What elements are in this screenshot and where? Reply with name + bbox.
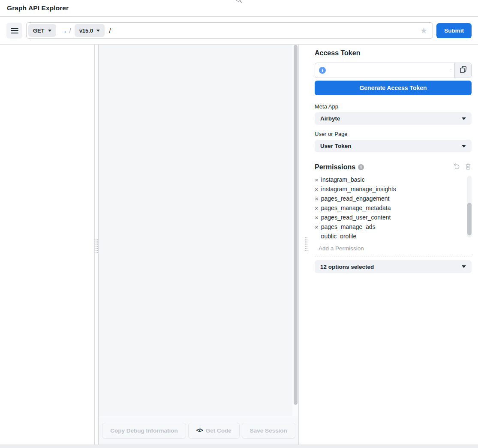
code-icon: </> bbox=[196, 427, 203, 433]
permission-item: × pages_manage_ads bbox=[315, 222, 461, 232]
access-token-input[interactable]: i : bbox=[315, 63, 454, 78]
remove-permission-icon[interactable]: × bbox=[315, 177, 319, 183]
get-code-button[interactable]: </> Get Code bbox=[188, 423, 240, 439]
user-or-page-label: User or Page bbox=[315, 131, 472, 137]
chevron-down-icon bbox=[96, 30, 100, 32]
meta-app-label: Meta App bbox=[315, 103, 472, 110]
search-icon[interactable] bbox=[235, 0, 243, 5]
options-selected-value: 12 options selected bbox=[320, 264, 374, 270]
chevron-down-icon bbox=[462, 145, 466, 147]
bottom-edge bbox=[0, 445, 478, 448]
token-sidebar: Access Token i : Generate Access Token M… bbox=[307, 45, 478, 445]
method-label: GET bbox=[33, 27, 45, 34]
token-text-tail: : bbox=[450, 68, 454, 73]
user-or-page-select[interactable]: User Token bbox=[315, 140, 472, 152]
drag-handle-icon[interactable] bbox=[304, 237, 307, 251]
version-dropdown[interactable]: v15.0 bbox=[75, 24, 105, 37]
arrow-icon: → bbox=[61, 27, 67, 34]
permission-item: × pages_read_engagement bbox=[315, 194, 461, 203]
permission-item: × pages_manage_metadata bbox=[315, 203, 461, 213]
copy-icon bbox=[459, 66, 467, 75]
remove-permission-icon[interactable]: × bbox=[315, 224, 319, 230]
remove-permission-icon[interactable]: × bbox=[315, 195, 319, 202]
permission-item: × instagram_manage_insights bbox=[315, 184, 461, 194]
access-token-row: i : bbox=[315, 63, 472, 78]
save-session-button[interactable]: Save Session bbox=[242, 423, 295, 439]
info-icon[interactable]: i bbox=[358, 164, 364, 170]
app-header: Graph API Explorer bbox=[0, 0, 478, 17]
version-label: v15.0 bbox=[79, 27, 93, 34]
info-icon[interactable]: i bbox=[319, 67, 326, 74]
permissions-header: Permissions i bbox=[315, 162, 472, 172]
meta-app-value: Airbyte bbox=[320, 115, 340, 122]
meta-app-select[interactable]: Airbyte bbox=[315, 112, 472, 125]
scrollbar-track[interactable] bbox=[292, 45, 298, 416]
permissions-list: × instagram_basic × instagram_manage_ins… bbox=[315, 175, 472, 238]
scrollbar-thumb[interactable] bbox=[294, 45, 298, 405]
trash-icon[interactable] bbox=[465, 163, 472, 172]
permission-name: pages_manage_metadata bbox=[321, 203, 391, 213]
submit-button[interactable]: Submit bbox=[436, 23, 472, 38]
left-panel-resizer[interactable] bbox=[95, 45, 98, 445]
path-separator: / bbox=[69, 27, 71, 34]
drag-handle-icon[interactable] bbox=[95, 239, 98, 253]
generate-token-button[interactable]: Generate Access Token bbox=[315, 81, 472, 95]
favorite-star-icon[interactable]: ★ bbox=[420, 27, 427, 35]
chevron-down-icon bbox=[462, 117, 466, 120]
permission-name: pages_read_user_content bbox=[321, 213, 391, 222]
permission-name: instagram_manage_insights bbox=[321, 184, 396, 194]
remove-permission-icon[interactable]: × bbox=[315, 205, 319, 211]
permission-name: pages_read_engagement bbox=[321, 194, 390, 203]
left-sidebar bbox=[0, 45, 95, 445]
request-toolbar: GET → / v15.0 / ★ Submit bbox=[0, 17, 478, 45]
permission-name: public_profile bbox=[321, 232, 357, 238]
permissions-heading: Permissions bbox=[315, 163, 355, 171]
permission-item: × pages_read_user_content bbox=[315, 213, 461, 222]
method-dropdown[interactable]: GET bbox=[28, 24, 56, 37]
remove-permission-icon[interactable]: × bbox=[315, 186, 319, 192]
scrollbar-thumb[interactable] bbox=[467, 203, 472, 235]
page-title: Graph API Explorer bbox=[7, 4, 69, 12]
chevron-down-icon bbox=[48, 30, 51, 32]
copy-debug-button[interactable]: Copy Debug Information bbox=[102, 423, 186, 439]
main-area: Copy Debug Information </> Get Code Save… bbox=[0, 45, 478, 445]
response-panel: Copy Debug Information </> Get Code Save… bbox=[98, 45, 299, 445]
response-viewport bbox=[99, 45, 298, 416]
permission-item: × public_profile bbox=[315, 232, 461, 238]
menu-button[interactable] bbox=[6, 23, 22, 39]
remove-permission-icon[interactable]: × bbox=[315, 214, 319, 221]
permission-item: × instagram_basic bbox=[315, 175, 461, 184]
request-path: / bbox=[109, 27, 111, 34]
permission-name: instagram_basic bbox=[321, 175, 365, 184]
permission-name: pages_manage_ads bbox=[321, 222, 376, 232]
response-footer: Copy Debug Information </> Get Code Save… bbox=[99, 416, 298, 445]
right-panel-resizer[interactable] bbox=[299, 45, 307, 445]
user-or-page-value: User Token bbox=[320, 143, 352, 149]
hamburger-icon bbox=[11, 28, 18, 29]
add-permission-input[interactable]: Add a Permission bbox=[315, 245, 472, 256]
permission-options-select[interactable]: 12 options selected bbox=[315, 260, 472, 273]
access-token-heading: Access Token bbox=[315, 49, 472, 57]
scrollbar-track[interactable] bbox=[467, 176, 472, 238]
chevron-down-icon bbox=[462, 265, 466, 268]
undo-icon[interactable] bbox=[453, 162, 460, 172]
copy-token-button[interactable] bbox=[454, 63, 471, 78]
request-path-input[interactable]: GET → / v15.0 / ★ bbox=[26, 22, 433, 39]
